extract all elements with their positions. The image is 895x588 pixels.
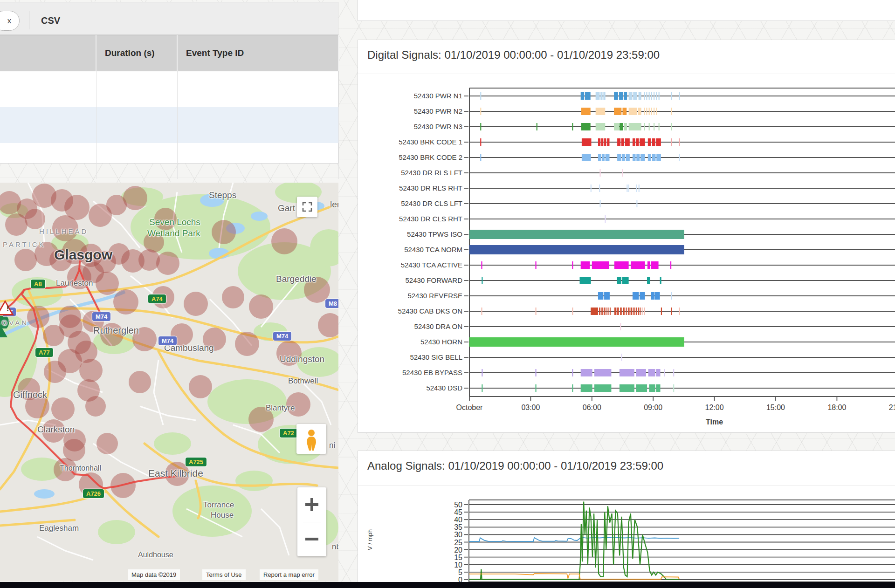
signal-segment: [633, 308, 633, 315]
signal-segment: [617, 138, 620, 146]
signal-segment: [599, 308, 600, 315]
signal-segment: [636, 154, 640, 161]
signal-segment: [604, 308, 605, 315]
signal-segment: [648, 154, 651, 161]
map-place-label: Thorntonhall: [60, 464, 101, 472]
event-circle: [318, 313, 338, 337]
signal-label: 52430 EB BYPASS: [402, 369, 462, 376]
signal-segment: [636, 369, 646, 376]
signal-segment: [623, 308, 625, 315]
signal-segment: [644, 123, 645, 130]
signal-segment: [594, 369, 611, 376]
signal-segment: [469, 337, 684, 347]
zoom-out-button[interactable]: [297, 522, 326, 556]
analog-signals-chart[interactable]: 05101520253035404550V / mph: [358, 451, 895, 584]
signal-segment: [607, 138, 609, 146]
street-view-button[interactable]: [296, 424, 326, 454]
map-attribution-link[interactable]: Report a map error: [260, 569, 318, 580]
signal-segment: [581, 92, 584, 100]
signal-segment: [638, 108, 641, 115]
signal-segment: [591, 185, 592, 192]
signal-label: 52430 TCA ACTIVE: [401, 261, 462, 269]
map-place-label: Torrance: [203, 500, 234, 510]
signal-segment: [601, 138, 604, 146]
map-place-label: HILLHEAD: [39, 227, 88, 235]
event-circle: [212, 220, 236, 244]
map-fullscreen-button[interactable]: [297, 197, 317, 217]
csv-export-button[interactable]: CSV: [41, 11, 60, 30]
table-row[interactable]: [0, 143, 338, 179]
signal-segment: [592, 261, 609, 269]
signal-segment: [656, 138, 661, 146]
signal-segment: [622, 154, 625, 161]
signal-segment: [599, 200, 600, 207]
signal-segment: [648, 369, 655, 376]
signal-segment: [482, 369, 482, 376]
event-circle: [222, 286, 244, 308]
map-panel[interactable]: HILLHEADPARTICKGOVANGlasgowSteppsGartler…: [0, 183, 338, 581]
signal-segment: [469, 245, 684, 254]
pegman-icon: [296, 424, 326, 454]
signal-segment: [636, 138, 639, 146]
signal-segment: [656, 92, 657, 100]
table-row[interactable]: [0, 107, 338, 143]
road-badge: A72: [280, 429, 297, 438]
event-circle: [79, 359, 103, 382]
analog-signals-panel: Analog Signals: 01/10/2019 00:00:00 - 01…: [358, 451, 895, 584]
signal-segment: [480, 92, 481, 100]
signal-segment: [580, 277, 591, 284]
map-attribution-link[interactable]: Terms of Use: [202, 569, 246, 580]
signal-segment: [636, 185, 637, 192]
column-header-duration[interactable]: Duration (s): [96, 35, 177, 71]
signal-segment: [620, 369, 634, 376]
signal-segment: [652, 154, 655, 161]
signal-segment: [659, 92, 660, 100]
signal-segment: [610, 308, 611, 315]
signal-segment: [585, 92, 591, 100]
dashboard-root: x CSV Duration (s) Event Type ID Digital: [0, 0, 895, 588]
event-circle: [96, 272, 119, 295]
signal-label: 52430 HORN: [420, 338, 462, 346]
signal-segment: [639, 185, 640, 192]
signal-segment: [606, 154, 610, 161]
signal-segment: [644, 108, 645, 115]
signal-segment: [631, 261, 645, 269]
fullscreen-icon: [297, 197, 317, 217]
close-button[interactable]: x: [0, 11, 20, 31]
signal-segment: [582, 138, 592, 146]
events-table-panel: x CSV Duration (s) Event Type ID: [0, 2, 338, 164]
signal-segment: [671, 108, 672, 115]
x-axis-tick-label: 18:00: [827, 403, 846, 411]
signal-segment: [620, 384, 634, 392]
signal-segment: [572, 123, 573, 130]
signal-label: 52430 PWR N2: [414, 107, 462, 115]
signal-segment: [598, 154, 601, 161]
signal-segment: [482, 277, 482, 284]
table-row[interactable]: [0, 71, 338, 108]
x-axis-tick-label: 15:00: [766, 403, 785, 411]
signal-segment: [481, 261, 482, 269]
signal-segment: [620, 308, 622, 315]
road-badge: M74: [273, 332, 291, 341]
zoom-in-button[interactable]: [297, 487, 326, 522]
signal-segment: [628, 308, 629, 315]
column-header-event-type-id[interactable]: Event Type ID: [177, 35, 338, 71]
signal-segment: [633, 92, 637, 100]
signal-segment: [647, 261, 650, 269]
event-circle: [44, 361, 66, 383]
map-place-label: Stepps: [209, 190, 236, 200]
signal-segment: [671, 138, 672, 146]
signal-label: 52430 SIG BELL: [410, 353, 462, 361]
signal-segment: [614, 261, 629, 269]
signal-segment: [631, 308, 632, 315]
signal-segment: [671, 308, 672, 315]
signal-segment: [633, 154, 636, 161]
signal-segment: [651, 92, 652, 100]
map-copyright-text: Map data ©2019: [128, 569, 180, 580]
event-circle: [85, 396, 106, 417]
event-circle: [184, 292, 208, 316]
signal-segment: [581, 108, 591, 115]
digital-signals-chart[interactable]: 52430 PWR N152430 PWR N252430 PWR N35243…: [358, 40, 895, 433]
y-axis-tick-label: 10: [454, 561, 462, 569]
column-header-blank[interactable]: [0, 35, 96, 71]
